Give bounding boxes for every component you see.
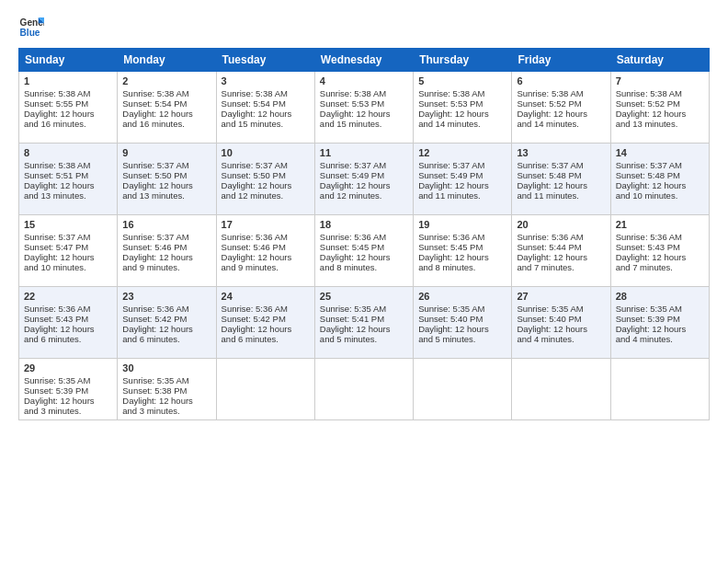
day-info: Sunrise: 5:37 AM [320, 160, 408, 170]
day-info: Sunset: 5:41 PM [320, 314, 408, 324]
day-number: 20 [517, 219, 605, 230]
day-info: Sunrise: 5:36 AM [222, 232, 310, 242]
calendar-cell: 10Sunrise: 5:37 AMSunset: 5:50 PMDayligh… [216, 144, 314, 215]
day-info: Daylight: 12 hours [24, 396, 112, 406]
day-info: Daylight: 12 hours [222, 324, 310, 334]
day-info: and 4 minutes. [517, 334, 605, 344]
day-info: and 9 minutes. [222, 262, 310, 272]
day-header-tuesday: Tuesday [216, 49, 314, 72]
day-info: Sunrise: 5:38 AM [222, 88, 310, 98]
day-info: and 15 minutes. [320, 119, 408, 129]
day-info: and 13 minutes. [122, 190, 210, 201]
day-info: and 12 minutes. [222, 190, 310, 201]
day-info: and 14 minutes. [517, 119, 605, 129]
day-info: Sunrise: 5:38 AM [24, 88, 112, 98]
day-info: Sunrise: 5:36 AM [616, 232, 704, 242]
day-info: and 8 minutes. [418, 262, 506, 272]
day-info: Sunset: 5:39 PM [24, 385, 112, 396]
day-info: Sunset: 5:53 PM [418, 98, 506, 109]
day-number: 9 [122, 147, 210, 158]
day-info: and 14 minutes. [418, 119, 506, 129]
day-info: Sunset: 5:42 PM [122, 314, 210, 324]
calendar-cell: 3Sunrise: 5:38 AMSunset: 5:54 PMDaylight… [216, 72, 314, 144]
day-info: Sunset: 5:40 PM [517, 314, 605, 324]
day-number: 21 [616, 219, 704, 230]
day-info: Sunset: 5:55 PM [24, 98, 112, 109]
day-header-thursday: Thursday [414, 49, 512, 72]
day-info: and 6 minutes. [122, 334, 210, 344]
day-header-wednesday: Wednesday [314, 49, 413, 72]
day-info: and 3 minutes. [24, 406, 112, 416]
day-number: 27 [517, 291, 605, 302]
day-info: Sunset: 5:54 PM [122, 98, 210, 109]
day-info: Daylight: 12 hours [517, 180, 605, 190]
day-number: 14 [616, 147, 704, 158]
day-info: and 16 minutes. [24, 119, 112, 129]
day-info: Daylight: 12 hours [222, 109, 310, 119]
day-info: Sunset: 5:45 PM [418, 242, 506, 252]
day-info: Daylight: 12 hours [122, 396, 210, 406]
day-number: 6 [517, 75, 605, 86]
day-info: Sunset: 5:44 PM [517, 242, 605, 252]
day-info: Sunrise: 5:38 AM [517, 88, 605, 98]
day-info: Daylight: 12 hours [320, 109, 408, 119]
day-header-monday: Monday [118, 49, 216, 72]
day-number: 8 [24, 147, 112, 158]
calendar-week-2: 8Sunrise: 5:38 AMSunset: 5:51 PMDaylight… [19, 144, 710, 215]
day-info: Sunrise: 5:35 AM [24, 375, 112, 385]
main-container: General Blue SundayMondayTuesdayWednesda… [0, 0, 728, 430]
calendar-cell: 28Sunrise: 5:35 AMSunset: 5:39 PMDayligh… [610, 287, 709, 359]
day-info: Sunset: 5:54 PM [222, 98, 310, 109]
calendar-table: SundayMondayTuesdayWednesdayThursdayFrid… [18, 48, 710, 420]
day-info: and 7 minutes. [616, 262, 704, 272]
day-info: Sunset: 5:42 PM [222, 314, 310, 324]
day-info: Daylight: 12 hours [517, 109, 605, 119]
day-info: and 11 minutes. [418, 190, 506, 201]
day-number: 26 [418, 291, 506, 302]
calendar-cell [512, 359, 610, 420]
day-info: and 10 minutes. [24, 262, 112, 272]
day-header-sunday: Sunday [19, 49, 118, 72]
day-info: Sunrise: 5:38 AM [24, 160, 112, 170]
calendar-cell: 1Sunrise: 5:38 AMSunset: 5:55 PMDaylight… [19, 72, 118, 144]
day-info: Daylight: 12 hours [122, 180, 210, 190]
day-info: Sunset: 5:52 PM [616, 98, 704, 109]
day-info: Sunrise: 5:36 AM [122, 304, 210, 314]
day-info: and 5 minutes. [320, 334, 408, 344]
day-info: Sunrise: 5:35 AM [517, 304, 605, 314]
day-number: 16 [122, 219, 210, 230]
day-number: 19 [418, 219, 506, 230]
day-info: Sunrise: 5:38 AM [616, 88, 704, 98]
day-info: and 10 minutes. [616, 190, 704, 201]
day-info: Daylight: 12 hours [24, 109, 112, 119]
day-number: 17 [222, 219, 310, 230]
calendar-week-5: 29Sunrise: 5:35 AMSunset: 5:39 PMDayligh… [19, 359, 710, 420]
day-info: Sunset: 5:48 PM [517, 170, 605, 180]
day-number: 18 [320, 219, 408, 230]
calendar-cell: 8Sunrise: 5:38 AMSunset: 5:51 PMDaylight… [19, 144, 118, 215]
calendar-cell: 20Sunrise: 5:36 AMSunset: 5:44 PMDayligh… [512, 215, 610, 287]
day-info: Daylight: 12 hours [320, 180, 408, 190]
day-number: 7 [616, 75, 704, 86]
calendar-cell: 29Sunrise: 5:35 AMSunset: 5:39 PMDayligh… [19, 359, 118, 420]
calendar-cell: 17Sunrise: 5:36 AMSunset: 5:46 PMDayligh… [216, 215, 314, 287]
day-info: Sunset: 5:53 PM [320, 98, 408, 109]
day-number: 30 [122, 362, 210, 373]
calendar-header-row: SundayMondayTuesdayWednesdayThursdayFrid… [19, 49, 710, 72]
day-info: and 11 minutes. [517, 190, 605, 201]
day-info: and 16 minutes. [122, 119, 210, 129]
day-info: Sunrise: 5:37 AM [222, 160, 310, 170]
day-info: Sunrise: 5:36 AM [517, 232, 605, 242]
day-number: 24 [222, 291, 310, 302]
calendar-cell: 21Sunrise: 5:36 AMSunset: 5:43 PMDayligh… [610, 215, 709, 287]
day-info: Sunset: 5:52 PM [517, 98, 605, 109]
day-info: Sunset: 5:51 PM [24, 170, 112, 180]
calendar-cell: 13Sunrise: 5:37 AMSunset: 5:48 PMDayligh… [512, 144, 610, 215]
day-number: 2 [122, 75, 210, 86]
calendar-cell: 4Sunrise: 5:38 AMSunset: 5:53 PMDaylight… [314, 72, 413, 144]
day-info: Daylight: 12 hours [320, 324, 408, 334]
day-info: Sunrise: 5:36 AM [222, 304, 310, 314]
day-info: Daylight: 12 hours [418, 109, 506, 119]
calendar-cell: 19Sunrise: 5:36 AMSunset: 5:45 PMDayligh… [414, 215, 512, 287]
day-info: Daylight: 12 hours [222, 180, 310, 190]
